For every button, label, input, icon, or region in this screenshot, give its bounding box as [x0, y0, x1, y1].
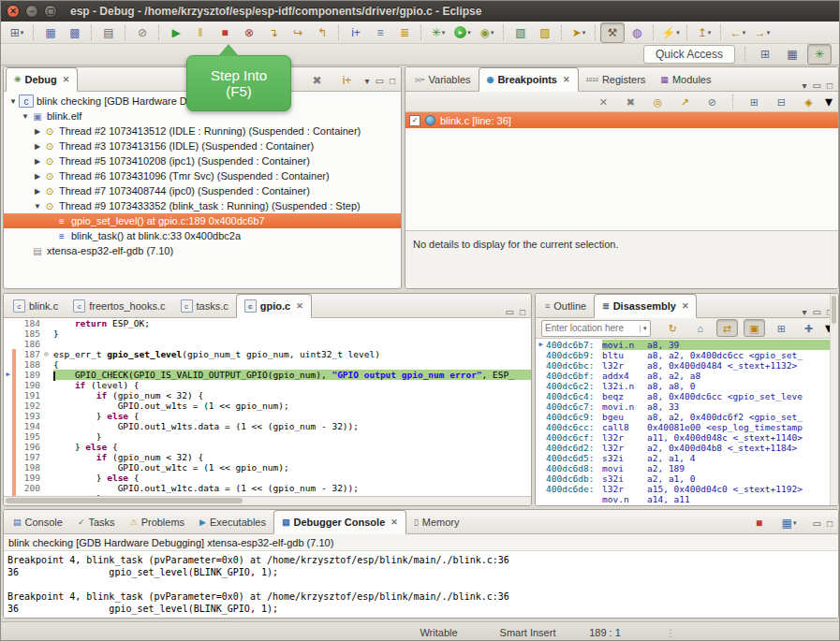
use-step-filters-icon[interactable]: ≣: [392, 22, 417, 43]
tab-tasks[interactable]: ✓Tasks: [70, 511, 123, 533]
tree-expand-icon[interactable]: ▶: [32, 127, 43, 136]
tab-breakpoints[interactable]: ◉Breakpoints✕: [479, 67, 579, 92]
code-line[interactable]: 199 } else {: [4, 473, 531, 483]
tab-console[interactable]: ▤Console: [6, 511, 70, 533]
window-maximize-icon[interactable]: ▢: [44, 5, 57, 18]
tab-executables[interactable]: ▶Executables: [192, 511, 273, 533]
dropdown-arrow-icon[interactable]: ▾: [793, 519, 797, 527]
open-element-icon[interactable]: ▨: [533, 22, 557, 43]
tab-problems[interactable]: ⚠Problems: [123, 511, 193, 533]
remove-breakpoint-icon[interactable]: ✕: [593, 93, 614, 110]
debug-tree-row[interactable]: ▶⊙Thread #7 1073408744 (ipc0) (Suspended…: [4, 183, 401, 198]
expand-all-icon[interactable]: ⊞: [744, 93, 765, 110]
code-line[interactable]: 190 if (level) {: [4, 380, 531, 390]
cpp-perspective-icon[interactable]: ▦: [780, 44, 804, 65]
disassembly-line[interactable]: 400dc6d5:s32ia2, a1, 4: [536, 453, 838, 463]
code-line[interactable]: 194 GPIO.out1_w1ts.data = (1 << (gpio_nu…: [4, 421, 531, 431]
fold-marker-icon[interactable]: ⊖: [44, 349, 53, 359]
close-icon[interactable]: ✕: [63, 75, 70, 84]
build-all-icon[interactable]: ◍: [625, 22, 649, 43]
code-line[interactable]: 197 if (gpio_num < 32) {: [4, 452, 531, 462]
display-selected-console-icon[interactable]: ▦▾: [777, 513, 802, 533]
code-line[interactable]: 195 }: [4, 431, 531, 442]
disassembly-line[interactable]: 400dc6db:s32ia2, a1, 0: [536, 473, 838, 484]
save-icon[interactable]: ▦: [38, 22, 63, 43]
collapse-all-icon[interactable]: ⊟: [771, 93, 792, 110]
close-icon[interactable]: ✕: [296, 301, 303, 311]
tab-tasks-c[interactable]: ctasks.c: [173, 295, 236, 317]
dropdown-arrow-icon[interactable]: ▾: [21, 29, 24, 36]
debug-perspective-icon[interactable]: ✳: [807, 44, 832, 65]
dropdown-arrow-icon[interactable]: ▾: [767, 29, 771, 36]
breakpoints-view-menu-icon[interactable]: ▾: [825, 93, 833, 110]
back-icon[interactable]: ←▾: [726, 22, 750, 43]
tree-expand-icon[interactable]: ▼: [20, 112, 31, 121]
instruction-stepping-mode-icon[interactable]: i+: [334, 70, 359, 91]
build-icon[interactable]: ⚒: [600, 22, 625, 43]
location-dropdown-icon[interactable]: ▾: [640, 325, 650, 332]
view-menu-icon[interactable]: ▾: [802, 307, 806, 317]
terminate-console-icon[interactable]: ■: [747, 513, 772, 533]
link-with-debug-view-icon[interactable]: ◈: [798, 93, 819, 110]
close-icon[interactable]: ✕: [391, 517, 398, 527]
current-execution-line[interactable]: ▶189 GPIO_CHECK(GPIO_IS_VALID_OUTPUT_GPI…: [4, 370, 531, 380]
flash-target-icon[interactable]: ➤▾: [567, 22, 591, 43]
save-all-icon[interactable]: ▩: [63, 22, 87, 43]
tab-disassembly[interactable]: ≣Disassembly✕: [594, 294, 697, 318]
home-icon[interactable]: ⌂: [689, 319, 711, 337]
disassembly-line[interactable]: 400dc6b9:bltua8, a2, 0x400dc6cc <gpio_se…: [536, 350, 838, 360]
instruction-stepping-icon[interactable]: i+: [344, 22, 368, 43]
disassembly-line[interactable]: mov.na14, a11: [536, 494, 838, 504]
print-icon[interactable]: ▤: [96, 22, 121, 43]
terminate-icon[interactable]: ■: [213, 22, 237, 43]
console-output[interactable]: Breakpoint 4, blink_task (pvParameter=0x…: [4, 551, 838, 619]
dropdown-arrow-icon[interactable]: ▾: [676, 29, 680, 36]
remove-all-terminated-icon[interactable]: ✖: [304, 70, 329, 91]
breakpoint-checkbox[interactable]: ✓: [409, 115, 420, 126]
last-edit-location-icon[interactable]: ↥▾: [692, 22, 716, 43]
debug-tree-row[interactable]: ▤xtensa-esp32-elf-gdb (7.10): [4, 243, 401, 258]
resume-icon[interactable]: ▶: [164, 22, 188, 43]
dropdown-arrow-icon[interactable]: ▾: [491, 29, 494, 36]
maximize-icon[interactable]: □: [390, 76, 395, 86]
disassembly-line[interactable]: 400dc6c7:movi.na8, 33: [536, 401, 838, 412]
sync-with-stack-frame-icon[interactable]: ⇄: [716, 319, 738, 337]
tree-expand-icon[interactable]: ▶: [32, 142, 43, 151]
close-icon[interactable]: ✕: [563, 75, 570, 84]
tab-debug[interactable]: ✳Debug✕: [6, 67, 78, 92]
open-perspective-icon[interactable]: ⊞: [753, 44, 777, 65]
maximize-icon[interactable]: □: [520, 307, 525, 317]
tab-debugger-console[interactable]: ▤Debugger Console✕: [273, 510, 406, 534]
run-icon[interactable]: ▸▾: [450, 22, 475, 43]
dropdown-arrow-icon[interactable]: ▾: [743, 29, 746, 36]
code-area[interactable]: 184 return ESP_OK;185}186187⊖esp_err_t g…: [4, 318, 531, 498]
disassembly-line[interactable]: 400dc6bc:l32ra8, 0x400d0484 <_stext+1132…: [536, 360, 838, 371]
code-line[interactable]: 198 GPIO.out_w1tc = (1 << gpio_num);: [4, 462, 531, 473]
tree-expand-icon[interactable]: ▶: [32, 187, 43, 196]
debug-tree-row[interactable]: ▼⊙Thread #9 1073433352 (blink_task : Run…: [4, 198, 401, 213]
debug-tree-row[interactable]: ▶⊙Thread #6 1073431096 (Tmr Svc) (Suspen…: [4, 168, 401, 183]
tree-expand-icon[interactable]: ▶: [32, 157, 43, 166]
refresh-view-icon[interactable]: ↻: [662, 319, 684, 337]
new-wizard-icon[interactable]: ⊞▾: [5, 22, 29, 43]
code-line[interactable]: 187⊖esp_err_t gpio_set_level(gpio_num_t …: [4, 349, 531, 359]
location-input[interactable]: [542, 323, 640, 333]
debug-tree-row[interactable]: ▶⊙Thread #2 1073413512 (IDLE : Running) …: [4, 124, 401, 138]
maximize-icon[interactable]: □: [827, 518, 833, 529]
tab-outline[interactable]: ≡Outline: [538, 295, 594, 317]
dropdown-arrow-icon[interactable]: ▾: [708, 29, 712, 36]
show-supported-breakpoints-icon[interactable]: ◎: [647, 93, 669, 110]
skip-all-breakpoints-icon[interactable]: ⊘: [130, 22, 155, 43]
debug-configurations-icon[interactable]: ⚡▾: [658, 22, 683, 43]
tree-expand-icon[interactable]: ▼: [32, 202, 43, 211]
show-source-icon[interactable]: ▣: [744, 319, 765, 337]
forward-icon[interactable]: →▾: [750, 22, 774, 43]
location-combo[interactable]: ▾: [541, 320, 651, 337]
minimize-icon[interactable]: ▭: [813, 307, 821, 317]
code-line[interactable]: 193 } else {: [4, 411, 531, 421]
disconnect-icon[interactable]: ⊗: [237, 22, 261, 43]
view-menu-icon[interactable]: ▾: [802, 80, 806, 91]
dropdown-arrow-icon[interactable]: ▾: [467, 29, 471, 36]
code-line[interactable]: 192 GPIO.out_w1ts = (1 << gpio_num);: [4, 401, 531, 411]
disassembly-line[interactable]: 400dc6d8:movia2, 189: [536, 463, 838, 473]
